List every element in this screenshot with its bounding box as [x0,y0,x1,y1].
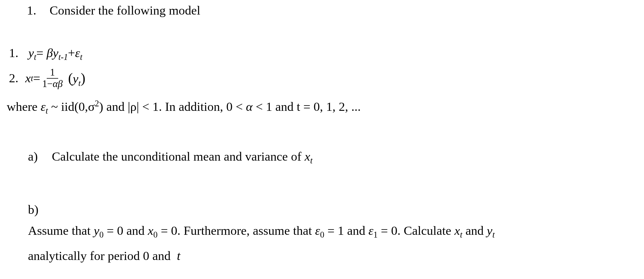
part-b-body: Assume that y0 = 0 and x0 = 0. Furthermo… [28,218,617,268]
pb-e0s: 0 [320,230,324,240]
eq2-den-beta: β [58,78,63,89]
part-a: a) Calculate the unconditional mean and … [28,148,611,165]
eq2-lhs-var: x [25,70,31,86]
where-eps: ε [41,100,46,114]
pb-t5: = 0. Calculate [378,224,454,238]
document-page: 1. Consider the following model 1. yt= β… [0,0,644,279]
eq2-frac-num: 1 [47,67,58,79]
eq2-label: 2. [9,70,25,86]
part-a-body: Calculate the unconditional mean and var… [52,148,611,165]
where-sigma: σ [88,100,95,114]
pb-t4: = 1 and [324,224,368,238]
eq1-rhs-y: y [53,46,58,60]
pb-t1: Assume that [28,224,94,238]
eq1-equals: = [36,46,43,60]
where-tilde: ~ [48,100,61,114]
pb-t2: = 0 and [104,224,148,238]
where-and2: < 1 and t = 0, 1, 2, ... [253,100,361,114]
eq1-plus: + [68,46,75,60]
eq2-paren: (yt) [65,69,85,87]
pb-t-it: t [177,249,180,263]
pb-t3: = 0. Furthermore, assume that [158,224,315,238]
problem-intro: 1. Consider the following model [27,2,200,19]
eq2-paren-var: y [73,72,78,86]
eq2-paren-open: ( [68,70,73,86]
pb-x0v: x [148,224,153,238]
part-a-xvar: x [305,149,310,163]
pb-e0v: ε [315,224,320,238]
eq2-den-1: 1 [42,78,47,89]
where-iid-open: iid(0, [61,100,88,114]
eq2-den-alpha: α [53,78,58,89]
eq1-lhs-var: y [28,46,34,60]
where-sigma-sup: 2 [95,99,99,108]
eq1-lhs-sub: t [34,52,36,62]
eq2-paren-close: ) [81,70,85,86]
pb-ytv: y [487,224,492,238]
eq1-label: 1. [9,45,25,61]
eq2-den-minus: − [47,78,53,89]
pb-t6: and [462,224,487,238]
part-a-text: Calculate the unconditional mean and var… [52,149,304,163]
pb-x0s: 0 [153,230,158,240]
equation-2: 2. xt= 1 1−αβ (yt) [9,67,85,89]
pb-y0v: y [94,224,99,238]
where-alpha: α [246,100,253,114]
pb-e1s: 1 [373,230,378,240]
pb-yts: t [492,230,495,240]
eq2-equals: = [33,70,40,86]
part-a-xsub: t [310,156,313,165]
part-b: b) Assume that y0 = 0 and x0 = 0. Furthe… [28,201,638,268]
pb-y0s: 0 [99,230,104,240]
equation-1: 1. yt= βyt-1+εt [9,45,82,61]
eq2-frac-den: 1−αβ [41,79,64,90]
eq2-fraction: 1 1−αβ [41,67,64,89]
part-a-label: a) [28,148,49,165]
pb-e1v: ε [368,224,373,238]
part-b-label: b) [28,201,49,218]
where-prefix: where [7,100,41,114]
where-clause: where εt ~ iid(0,σ2) and |ρ| < 1. In add… [7,99,361,115]
eq1-rhs-y-sub: t-1 [58,52,68,62]
where-iid-close: ) [99,100,103,114]
eq1-beta: β [46,46,53,60]
problem-intro-text: Consider the following model [50,3,200,17]
pb-t7: analytically for period 0 and [28,249,174,263]
pb-xtv: x [454,224,460,238]
where-and1: and |ρ| < 1. In addition, 0 < [103,100,246,114]
eq1-eps-sub: t [80,52,83,62]
eq1-eps: ε [75,46,80,60]
problem-number: 1. [27,2,46,19]
pb-xts: t [460,230,462,240]
